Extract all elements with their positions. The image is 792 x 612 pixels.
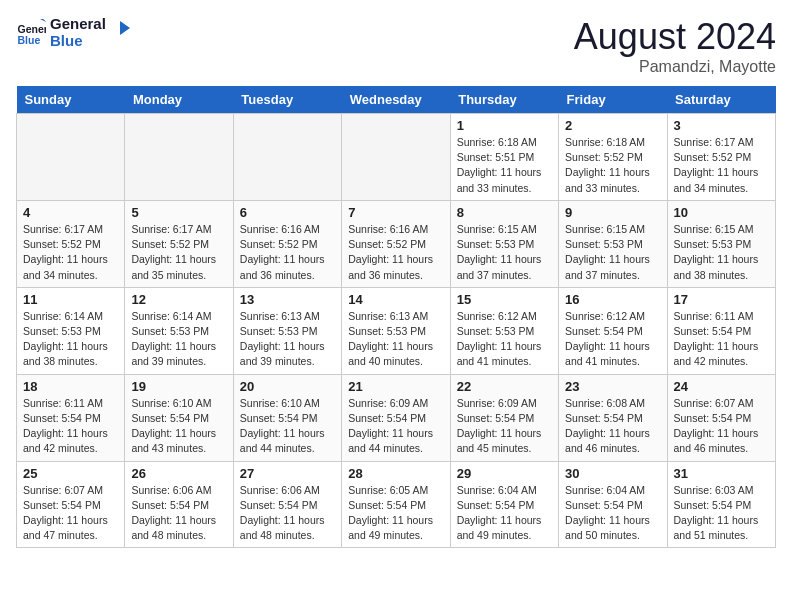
calendar-day-cell: 28Sunrise: 6:05 AMSunset: 5:54 PMDayligh… <box>342 461 450 548</box>
day-number: 20 <box>240 379 335 394</box>
svg-marker-3 <box>120 21 130 35</box>
calendar-week-row: 25Sunrise: 6:07 AMSunset: 5:54 PMDayligh… <box>17 461 776 548</box>
calendar-day-cell <box>233 114 341 201</box>
logo: General Blue General Blue <box>16 16 134 49</box>
svg-text:Blue: Blue <box>18 33 41 45</box>
svg-marker-2 <box>40 19 46 22</box>
calendar-day-cell: 13Sunrise: 6:13 AMSunset: 5:53 PMDayligh… <box>233 287 341 374</box>
calendar-week-row: 18Sunrise: 6:11 AMSunset: 5:54 PMDayligh… <box>17 374 776 461</box>
day-number: 13 <box>240 292 335 307</box>
day-number: 3 <box>674 118 769 133</box>
calendar-day-cell: 10Sunrise: 6:15 AMSunset: 5:53 PMDayligh… <box>667 200 775 287</box>
calendar-day-cell <box>17 114 125 201</box>
calendar-day-cell: 9Sunrise: 6:15 AMSunset: 5:53 PMDaylight… <box>559 200 667 287</box>
calendar-day-cell: 30Sunrise: 6:04 AMSunset: 5:54 PMDayligh… <box>559 461 667 548</box>
day-number: 30 <box>565 466 660 481</box>
day-number: 28 <box>348 466 443 481</box>
day-info: Sunrise: 6:06 AMSunset: 5:54 PMDaylight:… <box>131 483 226 544</box>
calendar-day-cell: 3Sunrise: 6:17 AMSunset: 5:52 PMDaylight… <box>667 114 775 201</box>
page-header: General Blue General Blue August 2024 Pa… <box>16 16 776 76</box>
calendar-day-cell: 16Sunrise: 6:12 AMSunset: 5:54 PMDayligh… <box>559 287 667 374</box>
day-number: 16 <box>565 292 660 307</box>
calendar-day-cell: 1Sunrise: 6:18 AMSunset: 5:51 PMDaylight… <box>450 114 558 201</box>
calendar-day-cell: 7Sunrise: 6:16 AMSunset: 5:52 PMDaylight… <box>342 200 450 287</box>
calendar-day-cell <box>342 114 450 201</box>
day-info: Sunrise: 6:11 AMSunset: 5:54 PMDaylight:… <box>23 396 118 457</box>
day-info: Sunrise: 6:18 AMSunset: 5:51 PMDaylight:… <box>457 135 552 196</box>
day-number: 7 <box>348 205 443 220</box>
day-number: 22 <box>457 379 552 394</box>
day-number: 6 <box>240 205 335 220</box>
day-number: 26 <box>131 466 226 481</box>
logo-blue: Blue <box>50 33 106 50</box>
calendar-week-row: 11Sunrise: 6:14 AMSunset: 5:53 PMDayligh… <box>17 287 776 374</box>
day-info: Sunrise: 6:17 AMSunset: 5:52 PMDaylight:… <box>23 222 118 283</box>
calendar-day-cell: 5Sunrise: 6:17 AMSunset: 5:52 PMDaylight… <box>125 200 233 287</box>
day-number: 15 <box>457 292 552 307</box>
calendar-day-cell: 24Sunrise: 6:07 AMSunset: 5:54 PMDayligh… <box>667 374 775 461</box>
day-number: 31 <box>674 466 769 481</box>
day-info: Sunrise: 6:16 AMSunset: 5:52 PMDaylight:… <box>348 222 443 283</box>
day-info: Sunrise: 6:06 AMSunset: 5:54 PMDaylight:… <box>240 483 335 544</box>
calendar-day-cell: 14Sunrise: 6:13 AMSunset: 5:53 PMDayligh… <box>342 287 450 374</box>
calendar-day-cell: 19Sunrise: 6:10 AMSunset: 5:54 PMDayligh… <box>125 374 233 461</box>
day-info: Sunrise: 6:09 AMSunset: 5:54 PMDaylight:… <box>348 396 443 457</box>
day-info: Sunrise: 6:04 AMSunset: 5:54 PMDaylight:… <box>565 483 660 544</box>
header-thursday: Thursday <box>450 86 558 114</box>
header-tuesday: Tuesday <box>233 86 341 114</box>
day-number: 24 <box>674 379 769 394</box>
calendar-day-cell: 26Sunrise: 6:06 AMSunset: 5:54 PMDayligh… <box>125 461 233 548</box>
day-info: Sunrise: 6:13 AMSunset: 5:53 PMDaylight:… <box>348 309 443 370</box>
calendar-day-cell: 15Sunrise: 6:12 AMSunset: 5:53 PMDayligh… <box>450 287 558 374</box>
day-number: 1 <box>457 118 552 133</box>
calendar-day-cell: 23Sunrise: 6:08 AMSunset: 5:54 PMDayligh… <box>559 374 667 461</box>
day-number: 27 <box>240 466 335 481</box>
day-number: 14 <box>348 292 443 307</box>
logo-general: General <box>50 16 106 33</box>
title-block: August 2024 Pamandzi, Mayotte <box>574 16 776 76</box>
day-number: 10 <box>674 205 769 220</box>
calendar-day-cell: 22Sunrise: 6:09 AMSunset: 5:54 PMDayligh… <box>450 374 558 461</box>
day-info: Sunrise: 6:12 AMSunset: 5:54 PMDaylight:… <box>565 309 660 370</box>
header-friday: Friday <box>559 86 667 114</box>
calendar-day-cell: 27Sunrise: 6:06 AMSunset: 5:54 PMDayligh… <box>233 461 341 548</box>
calendar-week-row: 1Sunrise: 6:18 AMSunset: 5:51 PMDaylight… <box>17 114 776 201</box>
day-info: Sunrise: 6:16 AMSunset: 5:52 PMDaylight:… <box>240 222 335 283</box>
day-info: Sunrise: 6:05 AMSunset: 5:54 PMDaylight:… <box>348 483 443 544</box>
day-info: Sunrise: 6:18 AMSunset: 5:52 PMDaylight:… <box>565 135 660 196</box>
day-number: 19 <box>131 379 226 394</box>
calendar-body: 1Sunrise: 6:18 AMSunset: 5:51 PMDaylight… <box>17 114 776 548</box>
calendar-day-cell: 25Sunrise: 6:07 AMSunset: 5:54 PMDayligh… <box>17 461 125 548</box>
calendar-day-cell: 29Sunrise: 6:04 AMSunset: 5:54 PMDayligh… <box>450 461 558 548</box>
day-info: Sunrise: 6:15 AMSunset: 5:53 PMDaylight:… <box>565 222 660 283</box>
day-info: Sunrise: 6:10 AMSunset: 5:54 PMDaylight:… <box>240 396 335 457</box>
day-number: 2 <box>565 118 660 133</box>
calendar-day-cell: 31Sunrise: 6:03 AMSunset: 5:54 PMDayligh… <box>667 461 775 548</box>
calendar-day-cell: 11Sunrise: 6:14 AMSunset: 5:53 PMDayligh… <box>17 287 125 374</box>
day-number: 21 <box>348 379 443 394</box>
calendar-day-cell: 4Sunrise: 6:17 AMSunset: 5:52 PMDaylight… <box>17 200 125 287</box>
day-info: Sunrise: 6:09 AMSunset: 5:54 PMDaylight:… <box>457 396 552 457</box>
day-info: Sunrise: 6:15 AMSunset: 5:53 PMDaylight:… <box>457 222 552 283</box>
day-info: Sunrise: 6:13 AMSunset: 5:53 PMDaylight:… <box>240 309 335 370</box>
calendar-day-cell: 8Sunrise: 6:15 AMSunset: 5:53 PMDaylight… <box>450 200 558 287</box>
day-number: 17 <box>674 292 769 307</box>
header-sunday: Sunday <box>17 86 125 114</box>
calendar-day-cell: 12Sunrise: 6:14 AMSunset: 5:53 PMDayligh… <box>125 287 233 374</box>
day-number: 18 <box>23 379 118 394</box>
day-info: Sunrise: 6:17 AMSunset: 5:52 PMDaylight:… <box>674 135 769 196</box>
day-info: Sunrise: 6:07 AMSunset: 5:54 PMDaylight:… <box>674 396 769 457</box>
calendar-day-cell: 18Sunrise: 6:11 AMSunset: 5:54 PMDayligh… <box>17 374 125 461</box>
logo-icon: General Blue <box>16 18 46 48</box>
header-wednesday: Wednesday <box>342 86 450 114</box>
day-number: 12 <box>131 292 226 307</box>
day-info: Sunrise: 6:10 AMSunset: 5:54 PMDaylight:… <box>131 396 226 457</box>
month-year-title: August 2024 <box>574 16 776 58</box>
day-number: 5 <box>131 205 226 220</box>
day-info: Sunrise: 6:14 AMSunset: 5:53 PMDaylight:… <box>23 309 118 370</box>
day-info: Sunrise: 6:08 AMSunset: 5:54 PMDaylight:… <box>565 396 660 457</box>
calendar-week-row: 4Sunrise: 6:17 AMSunset: 5:52 PMDaylight… <box>17 200 776 287</box>
day-number: 8 <box>457 205 552 220</box>
day-number: 11 <box>23 292 118 307</box>
calendar-day-cell: 6Sunrise: 6:16 AMSunset: 5:52 PMDaylight… <box>233 200 341 287</box>
